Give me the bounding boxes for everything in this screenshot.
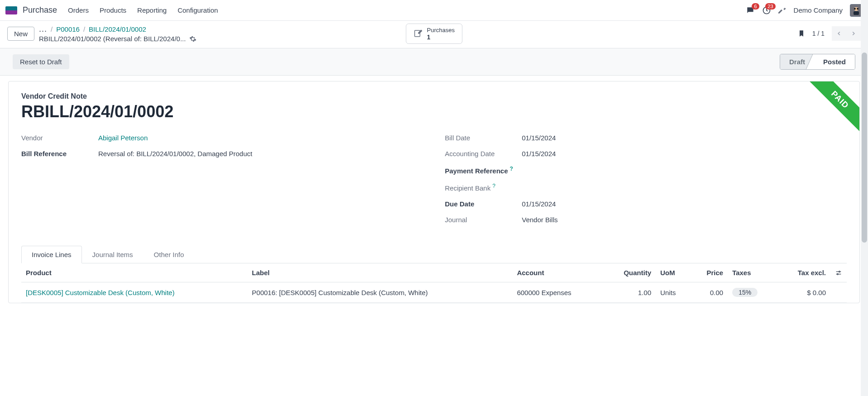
doc-type: Vendor Credit Note <box>21 92 847 100</box>
form-col-left: Vendor Abigail Peterson Bill Reference R… <box>21 134 423 232</box>
svg-point-8 <box>837 273 839 275</box>
acctdate-value: 01/15/2024 <box>522 150 847 157</box>
stat-value: 1 <box>427 33 455 41</box>
th-taxes[interactable]: Taxes <box>728 263 777 282</box>
bookmark-button[interactable] <box>798 29 805 38</box>
breadcrumb-sep: / <box>83 25 85 33</box>
status-posted[interactable]: Posted <box>814 54 855 69</box>
top-nav: Purchase Orders Products Reporting Confi… <box>0 0 868 21</box>
duedate-value: 01/15/2024 <box>522 200 847 208</box>
company-name[interactable]: Demo Company <box>794 6 843 14</box>
chevron-left-icon <box>836 30 842 37</box>
nav-reporting[interactable]: Reporting <box>137 6 167 14</box>
avatar-icon <box>851 5 862 16</box>
payref-label: Payment Reference? <box>445 166 522 175</box>
billdate-label: Bill Date <box>445 134 522 142</box>
form-col-right: Bill Date 01/15/2024 Accounting Date 01/… <box>445 134 847 232</box>
messages-badge: 6 <box>752 3 759 10</box>
table-row[interactable]: [DESK0005] Customizable Desk (Custom, Wh… <box>21 282 847 303</box>
tabs: Invoice Lines Journal Items Other Info <box>21 245 847 263</box>
activities-button[interactable]: 23 <box>762 6 771 15</box>
breadcrumb: ... / P00016 / BILL/2024/01/0002 RBILL/2… <box>39 24 197 43</box>
billdate-value: 01/15/2024 <box>522 134 847 142</box>
svg-rect-4 <box>854 8 856 10</box>
svg-rect-3 <box>854 11 859 15</box>
svg-rect-5 <box>857 8 858 10</box>
invoice-lines-table: Product Label Account Quantity UoM Price… <box>21 263 847 303</box>
sliders-icon <box>835 269 842 277</box>
tab-invoice-lines[interactable]: Invoice Lines <box>21 246 82 263</box>
svg-point-7 <box>839 271 840 272</box>
new-button[interactable]: New <box>7 27 34 41</box>
nav-products[interactable]: Products <box>100 6 126 14</box>
duedate-label: Due Date <box>445 200 522 208</box>
recbank-label: Recipient Bank? <box>445 183 522 192</box>
th-label[interactable]: Label <box>247 263 512 282</box>
vendor-link[interactable]: Abigail Peterson <box>98 134 148 142</box>
reset-to-draft-button[interactable]: Reset to Draft <box>13 54 69 69</box>
tax-pill: 15% <box>732 288 758 297</box>
form-grid: Vendor Abigail Peterson Bill Reference R… <box>21 134 847 232</box>
scrollbar[interactable] <box>861 0 868 309</box>
pager-next[interactable] <box>846 26 861 41</box>
breadcrumb-bill[interactable]: BILL/2024/01/0002 <box>89 25 146 33</box>
nav-orders[interactable]: Orders <box>68 6 89 14</box>
doc-number: RBILL/2024/01/0002 <box>21 102 847 121</box>
scrollbar-thumb[interactable] <box>862 52 867 243</box>
cell-account[interactable]: 600000 Expenses <box>513 282 604 303</box>
gear-icon <box>189 35 197 43</box>
control-panel-right: 1 / 1 <box>798 26 861 41</box>
control-panel: New ... / P00016 / BILL/2024/01/0002 RBI… <box>0 21 868 48</box>
app-title[interactable]: Purchase <box>23 5 57 15</box>
pager-buttons <box>832 26 861 41</box>
cell-uom[interactable]: Units <box>656 282 691 303</box>
cell-taxexcl[interactable]: $ 0.00 <box>777 282 830 303</box>
th-columns-toggle[interactable] <box>830 263 847 282</box>
help-icon[interactable]: ? <box>492 183 495 189</box>
th-quantity[interactable]: Quantity <box>603 263 656 282</box>
nav-links: Orders Products Reporting Configuration <box>68 6 218 14</box>
topnav-right: 6 23 Demo Company <box>746 4 863 17</box>
cell-price[interactable]: 0.00 <box>691 282 728 303</box>
journal-label: Journal <box>445 216 522 224</box>
tab-other-info[interactable]: Other Info <box>144 246 195 263</box>
cell-product[interactable]: [DESK0005] Customizable Desk (Custom, Wh… <box>26 289 174 296</box>
stat-label: Purchases <box>427 27 455 33</box>
activities-badge: 23 <box>765 3 775 10</box>
th-uom[interactable]: UoM <box>656 263 691 282</box>
app-logo[interactable] <box>5 6 17 14</box>
pager-prev[interactable] <box>832 26 846 41</box>
breadcrumb-current: RBILL/2024/01/0002 (Reversal of: BILL/20… <box>39 35 186 43</box>
payref-value[interactable] <box>522 166 847 175</box>
billref-value: Reversal of: BILL/2024/01/0002, Damaged … <box>98 150 423 157</box>
breadcrumb-sep: / <box>51 25 53 33</box>
journal-value: Vendor Bills <box>522 216 847 224</box>
actions-gear[interactable] <box>189 35 197 43</box>
wrench-icon <box>778 6 786 14</box>
cell-taxes[interactable]: 15% <box>728 282 777 303</box>
table-header-row: Product Label Account Quantity UoM Price… <box>21 263 847 282</box>
billref-label: Bill Reference <box>21 150 98 157</box>
messages-button[interactable]: 6 <box>746 6 755 15</box>
pencil-square-icon <box>413 29 422 38</box>
th-taxexcl[interactable]: Tax excl. <box>777 263 830 282</box>
th-product[interactable]: Product <box>21 263 247 282</box>
status-bar: Reset to Draft Draft Posted <box>0 48 868 76</box>
form-sheet: PAID Vendor Credit Note RBILL/2024/01/00… <box>8 81 860 303</box>
status-pills: Draft Posted <box>780 54 855 70</box>
th-account[interactable]: Account <box>513 263 604 282</box>
chevron-right-icon <box>850 30 857 37</box>
debug-button[interactable] <box>778 6 786 14</box>
th-price[interactable]: Price <box>691 263 728 282</box>
breadcrumb-p00016[interactable]: P00016 <box>56 25 80 33</box>
pager-text[interactable]: 1 / 1 <box>812 30 825 37</box>
breadcrumb-ellipsis[interactable]: ... <box>39 24 47 34</box>
cell-quantity[interactable]: 1.00 <box>603 282 656 303</box>
vendor-label: Vendor <box>21 134 98 142</box>
purchases-stat[interactable]: Purchases 1 <box>406 24 462 44</box>
nav-configuration[interactable]: Configuration <box>177 6 218 14</box>
cell-label[interactable]: P00016: [DESK0005] Customizable Desk (Cu… <box>247 282 512 303</box>
help-icon[interactable]: ? <box>510 166 513 172</box>
tab-journal-items[interactable]: Journal Items <box>82 246 144 263</box>
recbank-value[interactable] <box>522 183 847 192</box>
